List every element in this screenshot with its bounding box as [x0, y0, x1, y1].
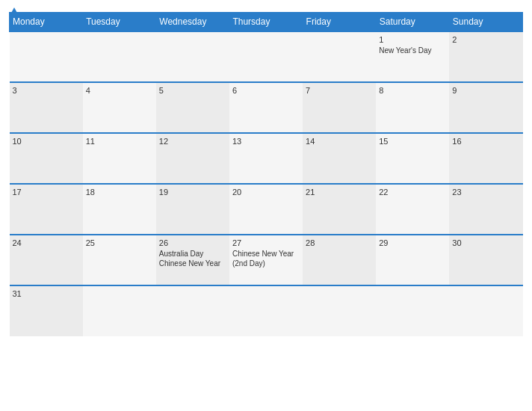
day-number: 4	[86, 86, 153, 95]
calendar-cell	[10, 31, 83, 82]
day-number: 9	[452, 86, 519, 95]
calendar-cell: 6	[229, 82, 303, 133]
calendar-cell: 17	[10, 184, 83, 235]
calendar-week-row: 242526Australia DayChinese New Year27Chi…	[10, 235, 523, 285]
weekday-header-wednesday: Wednesday	[156, 13, 229, 32]
day-number: 30	[452, 238, 519, 247]
calendar-cell	[156, 285, 229, 336]
calendar-cell	[156, 31, 229, 82]
holiday-name: New Year's Day	[379, 46, 446, 55]
day-number: 12	[159, 137, 226, 146]
calendar-cell: 9	[449, 82, 522, 133]
calendar-cell: 13	[229, 133, 303, 184]
day-number: 22	[379, 188, 446, 197]
holiday-name: Australia Day	[159, 249, 226, 259]
calendar-cell: 14	[303, 133, 376, 184]
calendar-cell: 4	[83, 82, 156, 133]
weekday-header-tuesday: Tuesday	[83, 13, 156, 32]
calendar-cell: 11	[83, 133, 156, 184]
holiday-name: Chinese New Year (2nd Day)	[232, 249, 300, 268]
day-number: 5	[159, 86, 226, 95]
day-number: 11	[86, 137, 153, 146]
day-number: 26	[159, 238, 226, 247]
day-number: 1	[379, 35, 446, 44]
calendar-cell	[229, 285, 303, 336]
calendar-cell: 18	[83, 184, 156, 235]
calendar-cell: 10	[10, 133, 83, 184]
day-number: 17	[13, 188, 80, 197]
day-number: 8	[379, 86, 446, 95]
day-number: 27	[232, 238, 300, 247]
calendar-cell: 1New Year's Day	[376, 31, 449, 82]
calendar-cell: 24	[10, 235, 83, 285]
calendar-week-row: 31	[10, 285, 523, 336]
day-number: 18	[86, 188, 153, 197]
day-number: 14	[306, 137, 373, 146]
calendar-cell: 15	[376, 133, 449, 184]
calendar-cell	[303, 31, 376, 82]
calendar-cell: 27Chinese New Year (2nd Day)	[229, 235, 303, 285]
calendar-cell	[303, 285, 376, 336]
calendar-cell: 23	[449, 184, 522, 235]
holiday-name: Chinese New Year	[159, 259, 226, 268]
calendar-cell: 28	[303, 235, 376, 285]
calendar-cell: 20	[229, 184, 303, 235]
weekday-header-friday: Friday	[303, 13, 376, 32]
calendar-wrapper: MondayTuesdayWednesdayThursdayFridaySatu…	[0, 0, 532, 411]
calendar-cell: 3	[10, 82, 83, 133]
day-number: 6	[232, 86, 300, 95]
calendar-table: MondayTuesdayWednesdayThursdayFridaySatu…	[9, 12, 523, 336]
day-number: 15	[379, 137, 446, 146]
day-number: 7	[306, 86, 373, 95]
calendar-cell	[376, 285, 449, 336]
calendar-cell	[229, 31, 303, 82]
calendar-cell: 29	[376, 235, 449, 285]
day-number: 21	[306, 188, 373, 197]
day-number: 19	[159, 188, 226, 197]
calendar-cell: 26Australia DayChinese New Year	[156, 235, 229, 285]
day-number: 3	[13, 86, 80, 95]
day-number: 23	[452, 188, 519, 197]
day-number: 20	[232, 188, 300, 197]
calendar-cell: 8	[376, 82, 449, 133]
calendar-week-row: 17181920212223	[10, 184, 523, 235]
calendar-cell: 12	[156, 133, 229, 184]
calendar-cell	[449, 285, 522, 336]
calendar-cell: 2	[449, 31, 522, 82]
calendar-week-row: 10111213141516	[10, 133, 523, 184]
calendar-cell: 30	[449, 235, 522, 285]
calendar-cell: 16	[449, 133, 522, 184]
day-number: 29	[379, 238, 446, 247]
day-number: 10	[13, 137, 80, 146]
day-number: 25	[86, 238, 153, 247]
calendar-week-row: 3456789	[10, 82, 523, 133]
calendar-cell: 5	[156, 82, 229, 133]
calendar-cell	[83, 31, 156, 82]
logo	[9, 7, 18, 14]
weekday-header-row: MondayTuesdayWednesdayThursdayFridaySatu…	[10, 13, 523, 32]
calendar-cell: 25	[83, 235, 156, 285]
calendar-cell: 7	[303, 82, 376, 133]
calendar-cell: 22	[376, 184, 449, 235]
calendar-cell	[83, 285, 156, 336]
day-number: 13	[232, 137, 300, 146]
logo-triangle-icon	[10, 7, 18, 14]
calendar-cell: 19	[156, 184, 229, 235]
day-number: 31	[13, 289, 80, 298]
weekday-header-thursday: Thursday	[229, 13, 303, 32]
day-number: 28	[306, 238, 373, 247]
day-number: 2	[452, 35, 519, 44]
weekday-header-sunday: Sunday	[449, 13, 522, 32]
calendar-cell: 31	[10, 285, 83, 336]
weekday-header-saturday: Saturday	[376, 13, 449, 32]
calendar-week-row: 1New Year's Day2	[10, 31, 523, 82]
day-number: 24	[13, 238, 80, 247]
day-number: 16	[452, 137, 519, 146]
calendar-cell: 21	[303, 184, 376, 235]
weekday-header-monday: Monday	[10, 13, 83, 32]
